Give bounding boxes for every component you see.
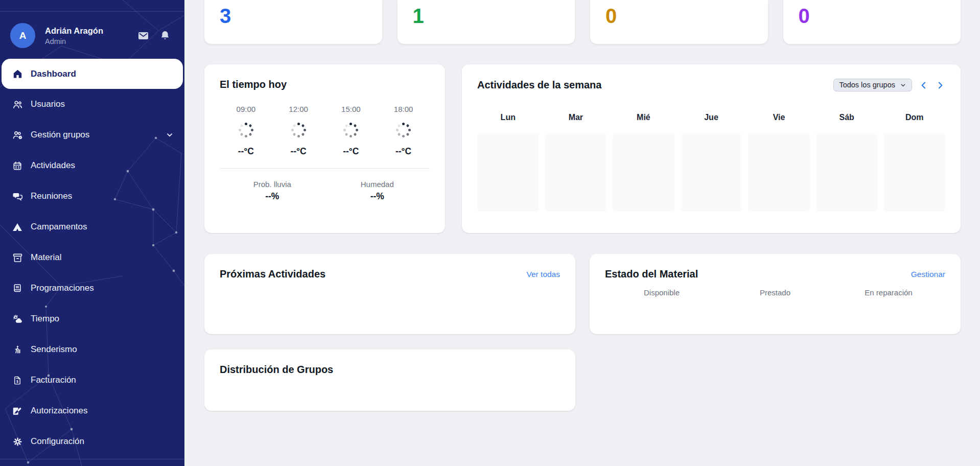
sidebar-item-reuniones[interactable]: Reuniones — [0, 181, 184, 212]
file-signature-icon — [11, 406, 24, 416]
stat-card-1: 3 — [204, 0, 382, 44]
day-slot — [748, 133, 810, 212]
stat-value: 3 — [220, 5, 382, 27]
users-gear-icon — [11, 130, 24, 141]
mail-icon[interactable] — [136, 30, 150, 42]
sidebar-item-configuracion[interactable]: Configuración — [0, 426, 184, 457]
group-filter-value: Todos los grupos — [839, 81, 895, 89]
main-content: 3 1 0 0 El tiempo hoy 09:00 --°C 12: — [184, 0, 980, 466]
stats-row: 3 1 0 0 — [204, 0, 961, 44]
sidebar-item-label: Campamentos — [31, 222, 87, 232]
svg-text:$: $ — [16, 380, 18, 384]
sidebar-item-material[interactable]: Material — [0, 242, 184, 273]
upcoming-activities-card: Próximas Actividades Ver todas — [204, 254, 575, 334]
sidebar-item-label: Senderismo — [31, 344, 77, 355]
stat-card-3: 0 — [590, 0, 768, 44]
chevron-down-icon[interactable] — [165, 130, 174, 139]
weather-temp: --°C — [325, 146, 378, 157]
user-role: Admin — [45, 37, 136, 45]
user-name: Adrián Aragón — [45, 26, 136, 36]
avatar: A — [10, 23, 35, 48]
cloud-sun-icon — [11, 314, 24, 324]
sidebar-item-dashboard[interactable]: Dashboard — [2, 59, 183, 89]
weather-temp: --°C — [220, 146, 272, 157]
sidebar-item-campamentos[interactable]: Campamentos — [0, 212, 184, 242]
stat-card-2: 1 — [398, 0, 575, 44]
weather-time: 12:00 — [272, 105, 325, 113]
week-activities-card: Actividades de la semana Todos los grupo… — [462, 64, 961, 233]
stat-card-4: 0 — [783, 0, 961, 44]
day-slot — [816, 133, 878, 212]
weather-hours: 09:00 --°C 12:00 --°C 15:00 --°C — [220, 105, 430, 157]
day-column-mie: Mié — [613, 113, 674, 212]
weather-hour: 09:00 --°C — [220, 105, 272, 157]
box-icon — [11, 252, 24, 263]
humidity-label: Humedad — [325, 180, 430, 189]
weather-title: El tiempo hoy — [220, 79, 430, 90]
weather-card: El tiempo hoy 09:00 --°C 12:00 --°C 15:0… — [204, 64, 445, 233]
manage-link[interactable]: Gestionar — [911, 270, 945, 279]
sidebar-item-label: Configuración — [31, 436, 84, 447]
book-icon — [11, 283, 24, 294]
weather-temp: --°C — [272, 146, 325, 157]
loading-spinner-icon — [342, 121, 360, 138]
day-name: Vie — [748, 113, 810, 122]
bell-icon[interactable] — [159, 29, 171, 42]
sidebar-item-label: Facturación — [31, 375, 76, 385]
sidebar-item-facturacion[interactable]: $ Facturación — [0, 365, 184, 395]
day-name: Lun — [477, 113, 539, 122]
sidebar-item-label: Dashboard — [31, 69, 76, 79]
weather-temp: --°C — [377, 146, 430, 157]
sidebar-item-label: Actividades — [31, 160, 75, 171]
hiking-icon — [11, 344, 24, 355]
day-column-sab: Sáb — [816, 113, 878, 212]
sidebar-item-label: Tiempo — [31, 314, 59, 324]
stat-value: 0 — [799, 5, 961, 27]
sidebar-nav: Dashboard Usuarios — [0, 59, 184, 457]
material-status-title: Estado del Material — [605, 268, 698, 280]
weather-time: 15:00 — [325, 105, 378, 113]
group-distribution-title: Distribución de Grupos — [220, 364, 560, 376]
sidebar: A Adrián Aragón Admin — [0, 0, 184, 466]
home-icon — [11, 68, 24, 79]
tent-icon — [11, 222, 24, 232]
user-profile: A Adrián Aragón Admin — [0, 0, 184, 48]
weather-divider — [220, 168, 430, 169]
sidebar-item-autorizaciones[interactable]: Autorizaciones — [0, 395, 184, 426]
sidebar-item-actividades[interactable]: Actividades — [0, 150, 184, 181]
sidebar-item-usuarios[interactable]: Usuarios — [0, 89, 184, 120]
sidebar-item-senderismo[interactable]: Senderismo — [0, 334, 184, 365]
rain-probability-value: --% — [220, 191, 325, 202]
day-column-mar: Mar — [545, 113, 607, 212]
day-name: Dom — [883, 113, 945, 122]
week-days-grid: Lun Mar Mié Jue Vie — [477, 113, 945, 212]
gear-icon — [11, 436, 24, 447]
status-en-reparacion: En reparación — [832, 288, 945, 297]
group-distribution-card: Distribución de Grupos — [204, 350, 575, 411]
day-slot — [883, 133, 945, 212]
next-week-button[interactable] — [935, 80, 945, 90]
group-filter-select[interactable]: Todos los grupos — [833, 79, 912, 91]
day-column-vie: Vie — [748, 113, 810, 212]
day-slot — [477, 133, 539, 212]
rain-probability: Prob. lluvia --% — [220, 180, 325, 202]
day-slot — [545, 133, 607, 212]
sidebar-item-label: Gestión grupos — [31, 130, 89, 140]
week-activities-title: Actividades de la semana — [477, 79, 601, 91]
day-column-jue: Jue — [681, 113, 742, 212]
day-name: Mar — [545, 113, 607, 122]
material-status-card: Estado del Material Gestionar Disponible… — [590, 254, 961, 334]
comments-icon — [11, 191, 24, 202]
view-all-link[interactable]: Ver todas — [527, 270, 561, 279]
sidebar-item-programaciones[interactable]: Programaciones — [0, 273, 184, 304]
sidebar-item-gestion-grupos[interactable]: Gestión grupos — [0, 120, 184, 150]
sidebar-item-label: Reuniones — [31, 191, 72, 201]
weather-hour: 18:00 --°C — [377, 105, 430, 157]
day-name: Jue — [681, 113, 742, 122]
calendar-icon — [11, 160, 24, 171]
day-name: Sáb — [816, 113, 878, 122]
weather-time: 18:00 — [377, 105, 430, 113]
sidebar-item-tiempo[interactable]: Tiempo — [0, 304, 184, 334]
prev-week-button[interactable] — [919, 80, 929, 90]
sidebar-item-label: Material — [31, 252, 61, 263]
